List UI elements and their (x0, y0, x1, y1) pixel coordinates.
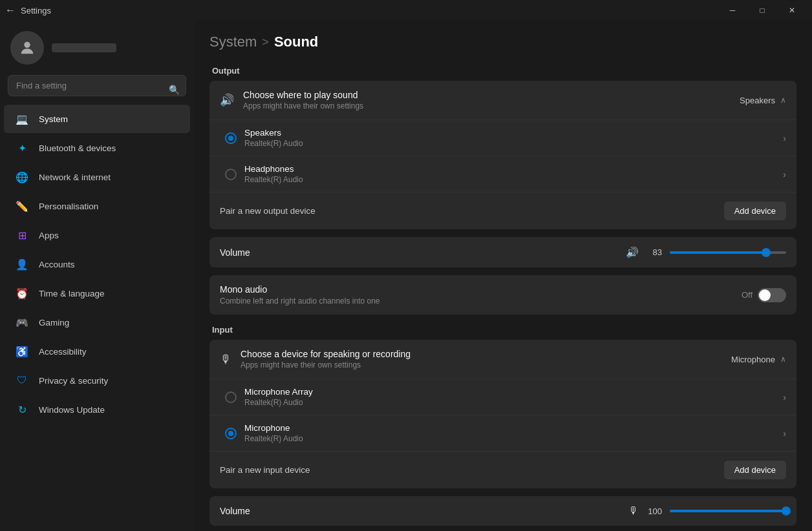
title-bar-left: ← Settings (5, 5, 51, 16)
sidebar-item-system[interactable]: 💻 System (4, 105, 190, 133)
output-choose-sub: Apps might have their own settings (243, 101, 363, 110)
input-selected-label[interactable]: Microphone ∧ (731, 355, 786, 364)
breadcrumb-separator: > (262, 36, 269, 49)
mono-audio-title: Mono audio (220, 284, 380, 295)
apps-nav-icon: ⊞ (14, 227, 30, 243)
privacy-nav-icon: 🛡 (14, 373, 30, 388)
mic-chevron-icon: › (783, 428, 786, 439)
sidebar-item-bluetooth[interactable]: ✦ Bluetooth & devices (4, 134, 190, 162)
output-selected-label[interactable]: Speakers ∧ (740, 96, 786, 105)
privacy-nav-label: Privacy & security (39, 376, 108, 386)
user-area (0, 21, 194, 75)
update-nav-icon: ↻ (14, 402, 30, 417)
title-bar-controls: ─ □ ✕ (718, 0, 807, 21)
input-volume-row: Volume 🎙 100 (209, 496, 796, 526)
breadcrumb-parent[interactable]: System (209, 34, 257, 50)
input-selected-value: Microphone (731, 355, 775, 364)
headphones-left: → Headphones Realtek(R) Audio (225, 164, 303, 184)
sidebar-item-apps[interactable]: ⊞ Apps (4, 221, 190, 249)
time-nav-icon: ⏰ (14, 286, 30, 301)
mono-audio-subtitle: Combine left and right audio channels in… (220, 297, 380, 306)
accounts-nav-label: Accounts (39, 260, 75, 269)
headphones-chevron-icon: › (783, 169, 786, 180)
output-choose-header[interactable]: 🔊 Choose where to play sound Apps might … (209, 81, 796, 120)
bluetooth-nav-label: Bluetooth & devices (39, 143, 116, 153)
speaker-icon: 🔊 (220, 93, 234, 107)
speakers-row[interactable]: Speakers Realtek(R) Audio › (209, 120, 796, 156)
update-nav-label: Windows Update (39, 405, 105, 415)
title-bar: ← Settings ─ □ ✕ (0, 0, 812, 21)
output-add-device-button[interactable]: Add device (724, 202, 786, 220)
maximize-button[interactable]: □ (747, 0, 777, 21)
output-header-left: 🔊 Choose where to play sound Apps might … (220, 90, 363, 110)
mic-array-chevron-icon: › (783, 392, 786, 402)
mic-name: Microphone (244, 423, 303, 433)
speakers-info: Speakers Realtek(R) Audio (244, 128, 303, 148)
microphone-array-row[interactable]: Microphone Array Realtek(R) Audio › (209, 379, 796, 415)
personalisation-nav-icon: ✏️ (14, 198, 30, 214)
mic-left: Microphone Realtek(R) Audio (225, 423, 303, 443)
mic-array-sub: Realtek(R) Audio (244, 398, 313, 407)
input-pair-row: Pair a new input device Add device (209, 452, 796, 488)
output-volume-value: 83 (646, 247, 662, 257)
sidebar-item-network[interactable]: 🌐 Network & internet (4, 163, 190, 191)
gaming-nav-label: Gaming (39, 318, 69, 328)
headphones-name: Headphones (244, 164, 303, 174)
sidebar-item-gaming[interactable]: 🎮 Gaming (4, 308, 190, 337)
accounts-nav-icon: 👤 (14, 256, 30, 272)
input-volume-thumb[interactable] (782, 506, 791, 515)
speakers-name: Speakers (244, 128, 303, 138)
sidebar-item-privacy[interactable]: 🛡 Privacy & security (4, 366, 190, 395)
input-chevron-icon: ∧ (780, 355, 786, 364)
sidebar-item-update[interactable]: ↻ Windows Update (4, 395, 190, 424)
output-device-card: 🔊 Choose where to play sound Apps might … (209, 81, 796, 229)
sidebar-item-accessibility[interactable]: ♿ Accessibility (4, 337, 190, 366)
output-volume-fill (670, 251, 766, 254)
bluetooth-nav-icon: ✦ (14, 140, 30, 156)
accessibility-nav-icon: ♿ (14, 344, 30, 359)
output-volume-label: Volume (220, 247, 250, 258)
output-selected-value: Speakers (740, 96, 775, 105)
output-header-text: Choose where to play sound Apps might ha… (243, 90, 363, 110)
nav-list: 💻 System ✦ Bluetooth & devices 🌐 Network… (0, 104, 194, 424)
output-pair-label: Pair a new output device (220, 206, 315, 216)
output-volume-thumb[interactable] (762, 248, 771, 257)
mono-audio-toggle[interactable] (758, 288, 786, 302)
mono-audio-row: Mono audio Combine left and right audio … (209, 275, 796, 315)
input-pair-label: Pair a new input device (220, 465, 310, 475)
headphones-row[interactable]: → Headphones Realtek(R) Audio › (209, 156, 796, 193)
search-icon: 🔍 (169, 85, 180, 95)
avatar (10, 31, 44, 65)
headphones-radio[interactable] (225, 169, 237, 180)
sidebar: 🔍 💻 System ✦ Bluetooth & devices 🌐 Netwo… (0, 21, 194, 531)
system-nav-label: System (39, 114, 68, 124)
sidebar-item-time[interactable]: ⏰ Time & language (4, 279, 190, 307)
mic-info: Microphone Realtek(R) Audio (244, 423, 303, 443)
speakers-radio[interactable] (225, 132, 237, 144)
input-choose-header[interactable]: 🎙 Choose a device for speaking or record… (209, 340, 796, 379)
minimize-button[interactable]: ─ (718, 0, 747, 21)
microphone-row[interactable]: Microphone Realtek(R) Audio › (209, 415, 796, 452)
input-add-device-button[interactable]: Add device (724, 461, 786, 479)
input-header-left: 🎙 Choose a device for speaking or record… (220, 349, 411, 370)
sidebar-item-accounts[interactable]: 👤 Accounts (4, 250, 190, 278)
input-volume-right: 🎙 100 (628, 505, 786, 517)
mic-array-radio[interactable] (225, 391, 237, 403)
volume-speaker-icon: 🔊 (626, 246, 639, 258)
sidebar-item-personalisation[interactable]: ✏️ Personalisation (4, 192, 190, 220)
speakers-chevron-icon: › (783, 133, 786, 143)
svg-point-0 (24, 42, 30, 48)
back-arrow-icon[interactable]: ← (5, 5, 16, 16)
mic-array-name: Microphone Array (244, 387, 313, 397)
input-choose-sub: Apps might have their own settings (240, 360, 411, 370)
mic-radio[interactable] (225, 428, 237, 439)
system-nav-icon: 💻 (14, 111, 30, 127)
search-container: 🔍 (0, 75, 194, 104)
input-volume-slider[interactable] (670, 510, 786, 512)
search-input[interactable] (8, 75, 186, 96)
main-content: System > Sound Output 🔊 Choose where to … (194, 21, 812, 531)
output-volume-slider[interactable] (670, 251, 786, 254)
close-button[interactable]: ✕ (777, 0, 807, 21)
output-chevron-icon: ∧ (780, 96, 786, 105)
speakers-left: Speakers Realtek(R) Audio (225, 128, 303, 148)
